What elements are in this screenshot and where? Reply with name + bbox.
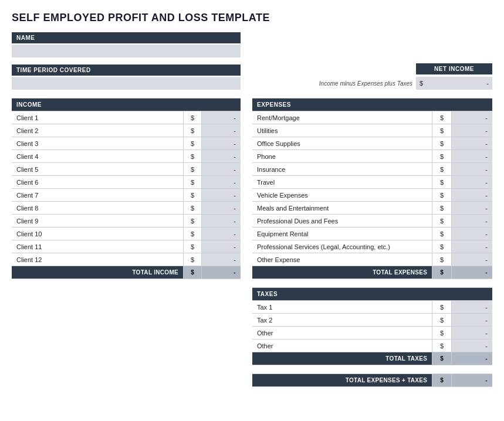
expense-row-1: Rent/Mortgage $ -: [252, 111, 492, 124]
expense-row-8: Meals and Entertainment $ -: [252, 202, 492, 215]
time-period-label: TIME PERIOD COVERED: [12, 64, 241, 76]
total-expenses-taxes-row: TOTAL EXPENSES + TAXES $ -: [252, 374, 492, 387]
income-header: INCOME: [12, 99, 241, 111]
income-row-12: Client 12 $ -: [12, 253, 241, 266]
income-row-4: Client 4 $ -: [12, 150, 241, 163]
expenses-table: EXPENSES Rent/Mortgage $ - Utilities $ -…: [252, 98, 492, 279]
income-row-3: Client 3 $ -: [12, 137, 241, 150]
expense-row-6: Travel $ -: [252, 176, 492, 189]
taxes-table: TAXES Tax 1 $ - Tax 2 $ - Other $ - Othe…: [252, 287, 492, 365]
time-period-input[interactable]: [12, 77, 241, 90]
total-expenses-taxes-table: TOTAL EXPENSES + TAXES $ -: [252, 374, 492, 387]
name-input[interactable]: [12, 45, 241, 57]
expenses-total-row: TOTAL EXPENSES $ -: [252, 266, 492, 279]
tax-row-1: Tax 1 $ -: [252, 301, 492, 314]
income-row-1: Client 1 $ -: [12, 111, 241, 124]
income-row-10: Client 10 $ -: [12, 228, 241, 240]
taxes-header: TAXES: [252, 288, 492, 301]
page-title: SELF EMPLOYED PROFIT AND LOSS TEMPLATE: [12, 12, 492, 24]
expense-row-5: Insurance $ -: [252, 163, 492, 176]
income-row-11: Client 11 $ -: [12, 240, 241, 253]
income-row-8: Client 8 $ -: [12, 202, 241, 215]
net-income-value: -: [425, 80, 489, 87]
expense-row-2: Utilities $ -: [252, 124, 492, 137]
expense-row-11: Professional Services (Legal, Accounting…: [252, 240, 492, 253]
net-income-label: NET INCOME: [416, 63, 492, 74]
expense-row-12: Other Expense $ -: [252, 253, 492, 266]
income-table: INCOME Client 1 $ - Client 2 $ - Client …: [12, 98, 241, 279]
tax-row-3: Other $ -: [252, 327, 492, 339]
expense-row-3: Office Supplies $ -: [252, 137, 492, 150]
expense-row-10: Equipment Rental $ -: [252, 228, 492, 240]
expense-row-4: Phone $ -: [252, 150, 492, 163]
income-total-row: TOTAL INCOME $ -: [12, 266, 241, 279]
expense-row-7: Vehicle Expenses $ -: [252, 189, 492, 202]
income-row-2: Client 2 $ -: [12, 124, 241, 137]
taxes-total-row: TOTAL TAXES $ -: [252, 352, 492, 365]
net-income-currency: $: [420, 80, 423, 87]
expenses-header: EXPENSES: [252, 99, 492, 111]
income-row-9: Client 9 $ -: [12, 215, 241, 228]
net-income-formula: Income minus Expenses plus Taxes: [319, 80, 412, 87]
income-row-6: Client 6 $ -: [12, 176, 241, 189]
income-row-7: Client 7 $ -: [12, 189, 241, 202]
tax-row-2: Tax 2 $ -: [252, 314, 492, 327]
name-label: NAME: [12, 32, 241, 43]
income-row-5: Client 5 $ -: [12, 163, 241, 176]
tax-row-4: Other $ -: [252, 339, 492, 352]
expense-row-9: Professional Dues and Fees $ -: [252, 215, 492, 228]
